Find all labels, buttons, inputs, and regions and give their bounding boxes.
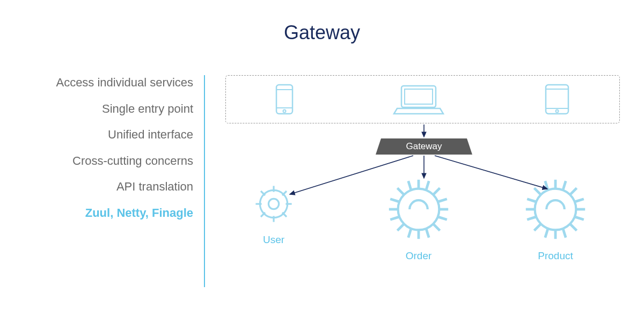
bullet-item: Cross-cutting concerns — [38, 153, 193, 169]
bullet-item: API translation — [38, 179, 193, 195]
gear-icon — [252, 182, 295, 228]
service-order: Order — [386, 177, 451, 262]
gateway-label: Gateway — [406, 141, 442, 152]
svg-point-2 — [283, 110, 286, 113]
bullet-item-highlight: Zuul, Netty, Finagle — [38, 206, 193, 221]
laptop-icon — [392, 83, 445, 116]
services-row: User — [225, 177, 620, 284]
bullet-item: Single entry point — [38, 101, 193, 117]
svg-point-8 — [268, 199, 279, 209]
gateway-node: Gateway — [376, 138, 472, 155]
tablet-icon — [544, 83, 570, 116]
gear-icon — [386, 177, 451, 244]
bullet-item: Access individual services — [38, 75, 193, 91]
gear-icon — [523, 177, 588, 244]
svg-point-9 — [398, 189, 440, 230]
bullet-item: Unified interface — [38, 127, 193, 143]
svg-rect-4 — [405, 89, 433, 104]
svg-point-7 — [555, 110, 558, 113]
svg-point-10 — [535, 189, 576, 230]
service-product: Product — [523, 177, 588, 262]
svg-rect-1 — [276, 90, 292, 108]
svg-rect-6 — [546, 89, 568, 108]
service-label: User — [263, 234, 284, 246]
bullet-list: Access individual services Single entry … — [38, 75, 193, 232]
clients-container — [225, 75, 620, 123]
service-label: Order — [406, 250, 432, 262]
service-user: User — [252, 182, 295, 246]
vertical-divider — [204, 75, 205, 287]
service-label: Product — [538, 250, 573, 262]
phone-icon — [275, 83, 294, 115]
page-title: Gateway — [284, 21, 360, 44]
